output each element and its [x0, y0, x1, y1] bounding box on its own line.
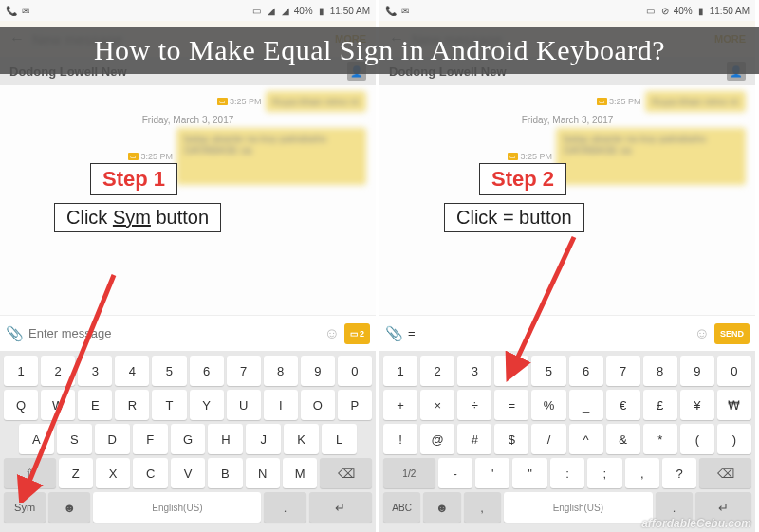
sim-badge: ▭ [128, 153, 139, 160]
key-8[interactable]: 8 [643, 356, 677, 386]
key-4[interactable]: 4 [115, 356, 149, 386]
key-H[interactable]: H [208, 424, 243, 454]
key-J[interactable]: J [246, 424, 281, 454]
key-^[interactable]: ^ [569, 424, 603, 454]
key-$[interactable]: $ [494, 424, 528, 454]
emoji-icon[interactable]: ☺ [324, 325, 340, 342]
key-1[interactable]: 1 [383, 356, 417, 386]
key-E[interactable]: E [78, 390, 112, 420]
key-:[interactable]: : [550, 458, 584, 488]
key-6[interactable]: 6 [569, 356, 603, 386]
key-8[interactable]: 8 [264, 356, 298, 386]
key-1[interactable]: 1 [4, 356, 38, 386]
key-/[interactable]: / [531, 424, 565, 454]
message-input[interactable] [28, 326, 320, 340]
key-Q[interactable]: Q [4, 390, 38, 420]
key-,[interactable]: , [625, 458, 659, 488]
key-P[interactable]: P [338, 390, 372, 420]
send-button[interactable]: SEND [714, 323, 750, 344]
key-W[interactable]: W [41, 390, 75, 420]
key-¥[interactable]: ¥ [680, 390, 714, 420]
comma-key[interactable]: , [464, 492, 501, 523]
key-€[interactable]: € [606, 390, 640, 420]
key-6[interactable]: 6 [190, 356, 224, 386]
key-D[interactable]: D [95, 424, 130, 454]
msg-bubble[interactable]: balay akante na koy patrabaho DATABASE s… [556, 128, 746, 185]
sym-page-key[interactable]: 1/2 [383, 458, 435, 488]
key-R[interactable]: R [115, 390, 149, 420]
key-G[interactable]: G [171, 424, 206, 454]
key-0[interactable]: 0 [717, 356, 751, 386]
send-button[interactable]: ▭2 [344, 323, 370, 344]
backspace-key[interactable]: ⌫ [320, 458, 372, 488]
key-Z[interactable]: Z [59, 458, 93, 488]
key-7[interactable]: 7 [606, 356, 640, 386]
key-"[interactable]: " [512, 458, 546, 488]
shift-key[interactable]: ⇧ [4, 458, 56, 488]
key-I[interactable]: I [264, 390, 298, 420]
key--[interactable]: - [438, 458, 472, 488]
key-7[interactable]: 7 [227, 356, 261, 386]
key-;[interactable]: ; [587, 458, 621, 488]
msg-bubble[interactable]: Kuya khan nimo ni [266, 91, 367, 112]
key-L[interactable]: L [322, 424, 357, 454]
space-key[interactable]: English(US) [93, 492, 261, 523]
attach-icon[interactable]: 📎 [385, 325, 403, 342]
key-3[interactable]: 3 [78, 356, 112, 386]
msg-bubble[interactable]: balay akante na koy patrabaho DATABASE s… [176, 128, 366, 185]
key-)[interactable]: ) [717, 424, 751, 454]
key-_[interactable]: _ [569, 390, 603, 420]
message-input[interactable] [408, 326, 690, 340]
key-₩[interactable]: ₩ [717, 390, 751, 420]
key-#[interactable]: # [457, 424, 491, 454]
key-T[interactable]: T [152, 390, 186, 420]
key-5[interactable]: 5 [152, 356, 186, 386]
attach-icon[interactable]: 📎 [6, 325, 24, 342]
key-A[interactable]: A [19, 424, 54, 454]
key-×[interactable]: × [420, 390, 454, 420]
key-F[interactable]: F [133, 424, 168, 454]
key-Y[interactable]: Y [190, 390, 224, 420]
key-4[interactable]: 4 [494, 356, 528, 386]
key-M[interactable]: M [283, 458, 317, 488]
key-N[interactable]: N [246, 458, 280, 488]
key-U[interactable]: U [227, 390, 261, 420]
key-&[interactable]: & [606, 424, 640, 454]
key-V[interactable]: V [171, 458, 205, 488]
key-÷[interactable]: ÷ [457, 390, 491, 420]
msg-bubble[interactable]: Kuya khan nimo ni [645, 91, 747, 112]
key-*[interactable]: * [643, 424, 677, 454]
abc-key[interactable]: ABC [383, 492, 420, 523]
key-X[interactable]: X [96, 458, 130, 488]
key-@[interactable]: @ [420, 424, 454, 454]
emoji-key[interactable]: ☻ [423, 492, 460, 523]
sym-key[interactable]: Sym [4, 492, 46, 523]
key-C[interactable]: C [133, 458, 167, 488]
key-0[interactable]: 0 [338, 356, 372, 386]
key-=[interactable]: = [494, 390, 528, 420]
key-?[interactable]: ? [662, 458, 696, 488]
key-5[interactable]: 5 [531, 356, 565, 386]
key-9[interactable]: 9 [680, 356, 714, 386]
key-£[interactable]: £ [643, 390, 677, 420]
key-%[interactable]: % [531, 390, 565, 420]
key-2[interactable]: 2 [420, 356, 454, 386]
key-9[interactable]: 9 [301, 356, 335, 386]
key-+[interactable]: + [383, 390, 417, 420]
key-O[interactable]: O [301, 390, 335, 420]
emoji-icon[interactable]: ☺ [694, 325, 710, 342]
key-3[interactable]: 3 [457, 356, 491, 386]
key-K[interactable]: K [284, 424, 319, 454]
emoji-key[interactable]: ☻ [48, 492, 90, 523]
key-2[interactable]: 2 [41, 356, 75, 386]
key-([interactable]: ( [680, 424, 714, 454]
key-B[interactable]: B [208, 458, 242, 488]
key-S[interactable]: S [57, 424, 92, 454]
space-key[interactable]: English(US) [504, 492, 653, 523]
backspace-key[interactable]: ⌫ [699, 458, 751, 488]
period-key[interactable]: . [264, 492, 305, 523]
input-bar: 📎 ☺ SEND [380, 315, 755, 351]
enter-key[interactable]: ↵ [309, 492, 372, 523]
key-![interactable]: ! [383, 424, 417, 454]
key-'[interactable]: ' [475, 458, 509, 488]
